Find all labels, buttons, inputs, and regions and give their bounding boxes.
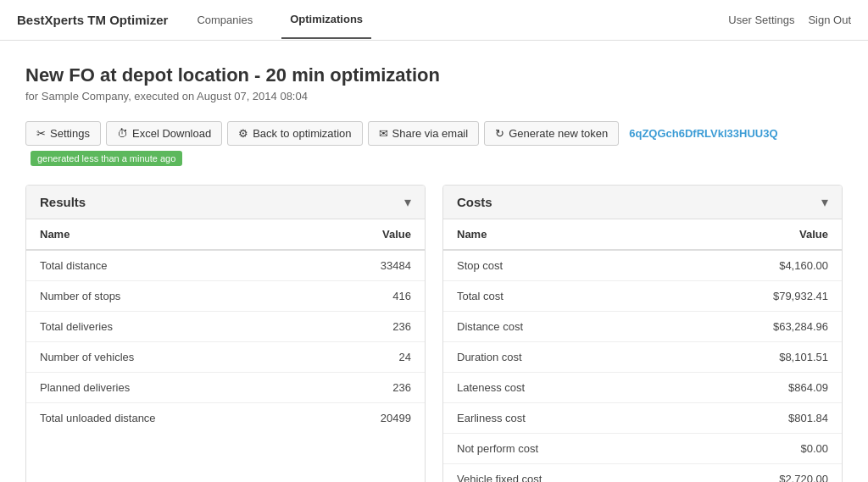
results-panel-header: Results ▾	[26, 186, 425, 219]
nav-companies[interactable]: Companies	[188, 2, 261, 38]
results-table-header-row: Name Value	[26, 219, 425, 250]
costs-panel-title: Costs	[457, 195, 492, 209]
costs-table-body: Stop cost $4,160.00 Total cost $79,932.4…	[443, 250, 842, 482]
result-name-cell: Total unloaded distance	[26, 403, 310, 434]
gear-icon: ⚙	[238, 127, 248, 140]
table-row: Total distance 33484	[26, 250, 425, 281]
cost-value-cell: $864.09	[673, 373, 842, 403]
result-name-cell: Number of vehicles	[26, 342, 310, 373]
share-via-email-button[interactable]: ✉ Share via email	[368, 121, 480, 146]
page-content: New FO at depot location - 20 min optimi…	[0, 41, 868, 482]
navbar-brand: BestXperts TM Optimizer	[17, 13, 168, 27]
result-value-cell: 33484	[310, 250, 425, 281]
table-row: Stop cost $4,160.00	[443, 250, 842, 281]
table-row: Distance cost $63,284.96	[443, 312, 842, 342]
table-row: Number of stops 416	[26, 281, 425, 312]
cost-name-cell: Duration cost	[443, 342, 673, 373]
token-value: 6qZQGch6DfRLVkl33HUU3Q	[629, 127, 777, 140]
settings-icon: ✂	[36, 127, 46, 140]
token-badge: generated less than a minute ago	[31, 151, 182, 166]
result-name-cell: Number of stops	[26, 281, 310, 312]
result-value-cell: 236	[310, 312, 425, 342]
table-row: Planned deliveries 236	[26, 373, 425, 403]
cost-value-cell: $801.84	[673, 403, 842, 434]
cost-name-cell: Distance cost	[443, 312, 673, 342]
costs-panel: Costs ▾ Name Value Stop cost $4,160.00 T…	[442, 185, 843, 482]
results-chevron-icon[interactable]: ▾	[404, 194, 411, 210]
results-table-body: Total distance 33484 Number of stops 416…	[26, 250, 425, 433]
table-row: Total cost $79,932.41	[443, 281, 842, 312]
cost-value-cell: $79,932.41	[673, 281, 842, 312]
costs-table-header-row: Name Value	[443, 219, 842, 250]
nav-optimizations[interactable]: Optimizations	[281, 1, 371, 39]
costs-panel-body: Name Value Stop cost $4,160.00 Total cos…	[443, 219, 842, 482]
navbar: BestXperts TM Optimizer Companies Optimi…	[0, 0, 868, 41]
table-row: Total unloaded distance 20499	[26, 403, 425, 434]
table-row: Not perform cost $0.00	[443, 434, 842, 464]
cost-value-cell: $2,720.00	[673, 464, 842, 483]
email-icon: ✉	[379, 127, 388, 140]
panels-container: Results ▾ Name Value Total distance 3348…	[25, 185, 843, 482]
generate-token-button[interactable]: ↻ Generate new token	[484, 121, 619, 146]
result-value-cell: 236	[310, 373, 425, 403]
results-panel-title: Results	[40, 195, 86, 209]
excel-download-button[interactable]: ⏱ Excel Download	[106, 121, 222, 146]
table-row: Number of vehicles 24	[26, 342, 425, 373]
table-row: Total deliveries 236	[26, 312, 425, 342]
settings-button[interactable]: ✂ Settings	[25, 121, 101, 146]
results-col-value: Value	[310, 219, 425, 250]
table-row: Lateness cost $864.09	[443, 373, 842, 403]
cost-name-cell: Lateness cost	[443, 373, 673, 403]
refresh-icon: ↻	[495, 127, 504, 140]
user-settings-link[interactable]: User Settings	[728, 14, 794, 26]
cost-value-cell: $0.00	[673, 434, 842, 464]
cost-name-cell: Total cost	[443, 281, 673, 312]
page-title: New FO at depot location - 20 min optimi…	[25, 64, 843, 86]
back-to-optimization-button[interactable]: ⚙ Back to optimization	[227, 121, 362, 146]
cost-name-cell: Earliness cost	[443, 403, 673, 434]
result-name-cell: Total deliveries	[26, 312, 310, 342]
cost-value-cell: $8,101.51	[673, 342, 842, 373]
cost-value-cell: $63,284.96	[673, 312, 842, 342]
results-table: Name Value Total distance 33484 Number o…	[26, 219, 425, 433]
result-name-cell: Planned deliveries	[26, 373, 310, 403]
cost-name-cell: Vehicle fixed cost	[443, 464, 673, 483]
result-value-cell: 416	[310, 281, 425, 312]
navbar-right: User Settings Sign Out	[728, 14, 851, 26]
table-row: Earliness cost $801.84	[443, 403, 842, 434]
cost-name-cell: Not perform cost	[443, 434, 673, 464]
result-value-cell: 24	[310, 342, 425, 373]
navbar-left: BestXperts TM Optimizer Companies Optimi…	[17, 1, 371, 39]
costs-panel-header: Costs ▾	[443, 186, 842, 219]
toolbar: ✂ Settings ⏱ Excel Download ⚙ Back to op…	[25, 121, 843, 166]
clock-icon: ⏱	[117, 127, 128, 140]
results-panel-body: Name Value Total distance 33484 Number o…	[26, 219, 425, 433]
results-col-name: Name	[26, 219, 310, 250]
result-value-cell: 20499	[310, 403, 425, 434]
costs-table: Name Value Stop cost $4,160.00 Total cos…	[443, 219, 842, 482]
cost-name-cell: Stop cost	[443, 250, 673, 281]
sign-out-link[interactable]: Sign Out	[808, 14, 851, 26]
results-panel: Results ▾ Name Value Total distance 3348…	[25, 185, 426, 482]
page-subtitle: for Sample Company, executed on August 0…	[25, 90, 843, 102]
result-name-cell: Total distance	[26, 250, 310, 281]
cost-value-cell: $4,160.00	[673, 250, 842, 281]
costs-col-name: Name	[443, 219, 673, 250]
table-row: Duration cost $8,101.51	[443, 342, 842, 373]
table-row: Vehicle fixed cost $2,720.00	[443, 464, 842, 483]
costs-col-value: Value	[673, 219, 842, 250]
costs-chevron-icon[interactable]: ▾	[821, 194, 828, 210]
